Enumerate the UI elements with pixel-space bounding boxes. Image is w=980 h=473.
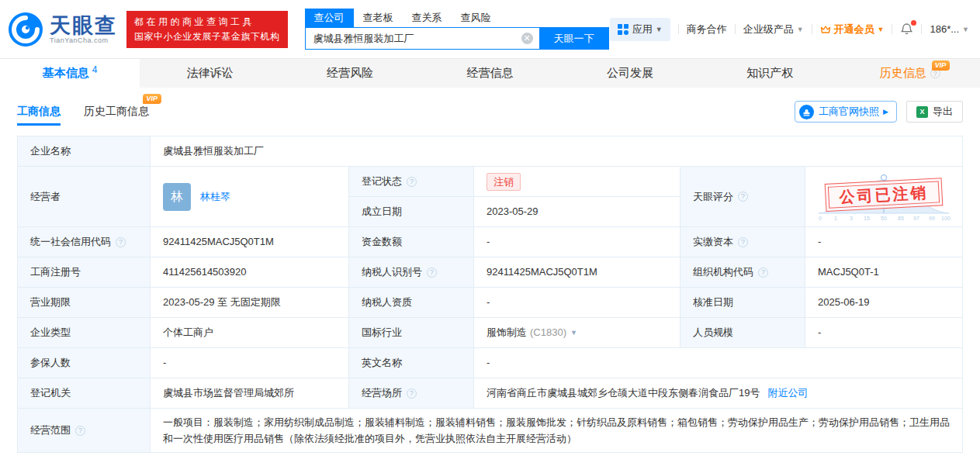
status-badge-deregistered: 注销 [487,173,521,191]
top-nav: 应用 ▼ 商务合作 企业级产品 ▼ 开通会员 ▼ 186*... [610,18,969,41]
value-org-code: MACJ5Q0T-1 [805,257,962,287]
nearby-companies-link[interactable]: 附近公司 [767,385,808,401]
svg-text:1: 1 [834,216,837,221]
chevron-down-icon: ▼ [878,26,885,33]
value-reg-number: 411425614503920 [151,257,348,287]
business-info-table: 企业名称 虞城县雅恒服装加工厂 经营者 林 林桂琴 登记状态 ? 注销 成立日期… [17,136,963,453]
value-registration-status: 注销 [474,167,680,196]
label-reg-authority: 登记机关 [18,378,150,408]
excel-icon: X [916,106,928,118]
search-area: 查公司 查老板 查关系 查风险 ✕ 天眼一下 [305,9,609,50]
business-cooperation-link[interactable]: 商务合作 [687,22,727,36]
divider [892,24,892,34]
help-icon[interactable]: ? [427,268,437,278]
divider [678,24,679,34]
industry-expand-icon[interactable]: ▼ [570,325,577,340]
label-industry: 国标行业 [349,318,473,347]
label-operator: 经营者 [18,167,150,226]
search-button[interactable]: 天眼一下 [539,27,609,50]
value-company-name: 虞城县雅恒服装加工厂 [151,136,962,166]
clear-search-icon[interactable]: ✕ [521,33,533,44]
label-company-name: 企业名称 [18,136,150,166]
search-tab-company[interactable]: 查公司 [305,9,354,27]
operator-name-link[interactable]: 林桂琴 [200,189,230,205]
label-registration-status: 登记状态 ? [349,167,473,196]
apps-menu-button[interactable]: 应用 ▼ [610,18,670,41]
divider [735,24,736,34]
tab-history-info[interactable]: 历史信息 ? VIP [840,59,980,88]
value-business-term: 2023-05-29 至 无固定期限 [151,288,348,317]
value-staff-size: - [805,318,962,347]
svg-text:97: 97 [913,216,919,221]
tab-intellectual-property[interactable]: 知识产权 [700,59,840,88]
label-taxpayer-id: 纳税人识别号 ? [349,257,473,287]
svg-text:3: 3 [850,216,853,221]
divider [812,24,812,34]
brand-name: 天眼查 [50,15,117,36]
industry-code: (C1830) [530,325,566,340]
svg-text:0: 0 [819,216,822,221]
label-business-scope: 经营范围 ? [18,409,150,452]
help-icon[interactable]: ? [407,388,417,399]
arrow-right-icon: ▶ [883,108,888,116]
tab-legal-proceedings[interactable]: 法律诉讼 [140,59,279,88]
slogan-line2: 国家中小企业发展子基金旗下机构 [134,29,280,44]
value-insured-count: - [151,348,348,378]
chevron-down-icon: ▼ [656,26,663,33]
help-icon[interactable]: ? [758,268,768,278]
chevron-down-icon: ▼ [962,26,969,33]
label-reg-number: 工商注册号 [18,257,150,287]
operator-avatar[interactable]: 林 [163,183,191,211]
help-icon[interactable]: ? [738,192,748,202]
tab-operating-risk[interactable]: 经营风险 [280,59,420,88]
label-taxpayer-quality: 纳税人资质 [349,288,473,317]
value-reg-authority: 虞城县市场监督管理局城郊所 [151,378,348,408]
label-capital-amount: 资金数额 [349,227,473,257]
export-button[interactable]: X 导出 [906,101,963,123]
value-capital-amount: - [474,227,680,257]
tianyan-score-chart: 0 1 3 15 50 85 97 99 100 公司已注销 [805,167,962,226]
subtab-business-info[interactable]: 工商信息 [17,105,61,126]
crown-icon [820,24,831,35]
value-credit-code: 92411425MACJ5Q0T1M [151,227,348,257]
tab-company-development[interactable]: 公司发展 [560,59,700,88]
svg-text:99: 99 [929,216,935,221]
search-tab-relation[interactable]: 查关系 [403,9,452,27]
subtab-history-business-info[interactable]: 历史工商信息 VIP [84,105,149,126]
tab-operating-info[interactable]: 经营信息 [420,59,559,88]
search-input[interactable] [305,27,539,50]
official-snapshot-button[interactable]: 工商官网快照 ▶ [795,101,897,123]
value-english-name: - [474,348,962,378]
apps-label: 应用 [632,22,653,36]
help-icon[interactable]: ? [75,426,85,436]
value-taxpayer-quality: - [474,288,680,317]
value-operator: 林 林桂琴 [151,167,348,226]
brand-domain: TianYanCha.com [50,36,117,44]
help-icon[interactable]: ? [738,237,748,247]
svg-text:85: 85 [898,216,904,221]
value-approval-date: 2025-06-19 [805,288,962,317]
account-menu[interactable]: 186*... ▼ [930,23,969,35]
subsection-row: 工商信息 历史工商信息 VIP 工商官网快照 ▶ X 导出 [17,101,963,126]
svg-text:15: 15 [864,216,870,221]
enterprise-products-menu[interactable]: 企业级产品 ▼ [743,22,804,36]
value-paid-capital: - [805,227,962,257]
search-tab-boss[interactable]: 查老板 [354,9,403,27]
value-business-scope: 一般项目：服装制造；家用纺织制成品制造；服装辅料制造；服装辅料销售；服装服饰批发… [151,409,962,452]
help-icon[interactable]: ? [407,177,417,187]
account-phone: 186*... [930,23,959,35]
value-company-type: 个体工商户 [151,318,348,347]
search-tab-risk[interactable]: 查风险 [452,9,500,27]
chevron-down-icon: ▼ [797,26,804,33]
help-icon[interactable]: ? [116,237,126,247]
label-business-place: 经营场所 ? [349,378,473,408]
notifications-bell[interactable] [900,22,913,36]
tab-basic-info[interactable]: 基本信息 4 [0,59,140,88]
divider [921,24,922,34]
open-vip-menu[interactable]: 开通会员 ▼ [820,22,885,36]
label-staff-size: 人员规模 [680,318,805,347]
tianyancha-logo[interactable]: 天眼查 TianYanCha.com [8,12,117,47]
slogan-line1: 都在用的商业查询工具 [134,15,280,29]
label-tianyan-score: 天眼评分 ? [680,167,805,226]
top-header: 天眼查 TianYanCha.com 都在用的商业查询工具 国家中小企业发展子基… [0,0,980,58]
